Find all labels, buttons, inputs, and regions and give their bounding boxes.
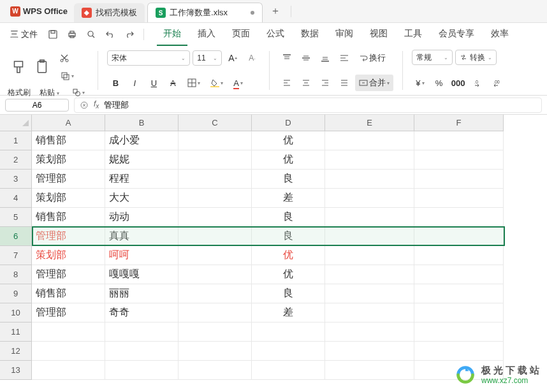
cell[interactable] <box>414 342 504 361</box>
column-header[interactable]: F <box>414 115 504 131</box>
name-box[interactable] <box>5 99 69 112</box>
menu-tab-页面[interactable]: 页面 <box>226 23 256 46</box>
cell[interactable]: 大大 <box>105 189 179 208</box>
menu-tab-工具[interactable]: 工具 <box>398 23 428 46</box>
column-header[interactable]: A <box>32 115 105 131</box>
cell[interactable] <box>414 361 504 380</box>
undo-icon[interactable] <box>101 25 119 43</box>
file-menu[interactable]: 三 文件 <box>5 29 43 40</box>
cell[interactable] <box>105 342 179 361</box>
row-header[interactable]: 8 <box>0 265 32 284</box>
cell[interactable]: 差 <box>252 189 325 208</box>
menu-tab-数据[interactable]: 数据 <box>295 23 325 46</box>
merge-cells-button[interactable]: 合并 ▾ <box>355 75 393 91</box>
fx-icon[interactable]: fx <box>94 99 99 110</box>
align-center-icon[interactable] <box>298 75 314 91</box>
row-header[interactable]: 13 <box>0 361 32 380</box>
decrease-font-icon[interactable]: A- <box>244 50 260 66</box>
column-header[interactable]: B <box>105 115 179 131</box>
increase-decimal-icon[interactable]: .00 <box>488 75 505 91</box>
cell[interactable] <box>325 265 414 284</box>
cell[interactable]: 妮妮 <box>105 150 179 170</box>
print-icon[interactable] <box>63 25 81 43</box>
cell[interactable] <box>325 246 414 265</box>
align-left-icon[interactable] <box>279 75 295 91</box>
row-header[interactable]: 4 <box>0 189 32 208</box>
cell[interactable]: 真真 <box>105 227 179 246</box>
save-icon[interactable] <box>44 25 62 43</box>
cell[interactable] <box>32 342 105 361</box>
cell[interactable]: 管理部 <box>32 303 105 323</box>
currency-icon[interactable]: ¥ ▾ <box>412 75 428 91</box>
cell[interactable]: 优 <box>252 246 325 265</box>
row-header[interactable]: 6 <box>0 227 32 246</box>
cell[interactable] <box>179 265 252 284</box>
cell[interactable]: 策划部 <box>32 150 105 170</box>
cell[interactable] <box>179 208 252 227</box>
font-name-select[interactable]: 宋体 ⌄ <box>107 50 190 66</box>
cell[interactable]: 优 <box>252 131 325 150</box>
format-painter-button[interactable] <box>8 56 29 78</box>
menu-tab-会员专享[interactable]: 会员专享 <box>432 23 481 46</box>
cell[interactable]: 成小爱 <box>105 131 179 150</box>
cell[interactable] <box>325 361 414 380</box>
row-header[interactable]: 2 <box>0 150 32 170</box>
justify-icon[interactable] <box>336 75 353 91</box>
convert-button[interactable]: 转换 ⌄ <box>455 50 497 65</box>
cell[interactable] <box>179 361 252 380</box>
cell[interactable]: 呵呵 <box>105 246 179 265</box>
cell[interactable] <box>325 131 414 150</box>
select-all-corner[interactable] <box>0 115 32 131</box>
tab-workbook[interactable]: S 工作簿数量.xlsx <box>147 3 263 22</box>
cell[interactable] <box>414 131 504 150</box>
menu-tab-开始[interactable]: 开始 <box>157 23 187 46</box>
column-header[interactable]: D <box>252 115 325 131</box>
cell[interactable] <box>32 361 105 380</box>
cell[interactable]: 良 <box>252 208 325 227</box>
strikethrough-icon[interactable]: A <box>164 75 181 91</box>
cell[interactable] <box>414 284 504 303</box>
wrap-text-button[interactable]: 换行 <box>355 50 390 66</box>
cell[interactable]: 差 <box>252 303 325 323</box>
cell[interactable] <box>414 208 504 227</box>
cell[interactable] <box>179 342 252 361</box>
cell[interactable]: 奇奇 <box>105 303 179 323</box>
column-header[interactable]: C <box>179 115 252 131</box>
align-right-icon[interactable] <box>317 75 333 91</box>
cell[interactable] <box>414 323 504 342</box>
align-top-icon[interactable] <box>279 50 295 66</box>
cell[interactable]: 嘎嘎嘎 <box>105 265 179 284</box>
cell[interactable] <box>179 170 252 189</box>
cell[interactable]: 管理部 <box>32 227 105 246</box>
row-header[interactable]: 11 <box>0 323 32 342</box>
cell[interactable]: 策划部 <box>32 246 105 265</box>
cell[interactable] <box>325 208 414 227</box>
fill-color-icon[interactable]: ▾ <box>207 75 227 91</box>
cell[interactable]: 销售部 <box>32 284 105 303</box>
tab-template[interactable]: ◆ 找稻壳模板 <box>74 3 145 22</box>
cell[interactable] <box>325 189 414 208</box>
cell[interactable] <box>32 323 105 342</box>
print-preview-icon[interactable] <box>82 25 100 43</box>
cell[interactable] <box>179 284 252 303</box>
cell[interactable] <box>179 323 252 342</box>
decrease-decimal-icon[interactable]: .0 <box>469 75 486 91</box>
number-format-select[interactable]: 常规 ⌄ <box>412 50 453 65</box>
font-size-select[interactable]: 11 ⌄ <box>193 50 222 66</box>
new-tab-button[interactable]: ＋ <box>264 4 287 18</box>
align-bottom-icon[interactable] <box>317 50 333 66</box>
formula-input[interactable] <box>104 100 536 110</box>
cell[interactable] <box>179 303 252 323</box>
menu-tab-视图[interactable]: 视图 <box>363 23 394 46</box>
cell[interactable] <box>414 246 504 265</box>
copy-icon[interactable]: ▾ <box>56 68 78 84</box>
cell[interactable]: 丽丽 <box>105 284 179 303</box>
cell[interactable]: 动动 <box>105 208 179 227</box>
row-header[interactable]: 5 <box>0 208 32 227</box>
cell[interactable] <box>325 170 414 189</box>
menu-tab-审阅[interactable]: 审阅 <box>329 23 360 46</box>
column-header[interactable]: E <box>325 115 414 131</box>
cell[interactable]: 良 <box>252 227 325 246</box>
cell[interactable] <box>179 189 252 208</box>
increase-font-icon[interactable]: A+ <box>224 50 241 66</box>
